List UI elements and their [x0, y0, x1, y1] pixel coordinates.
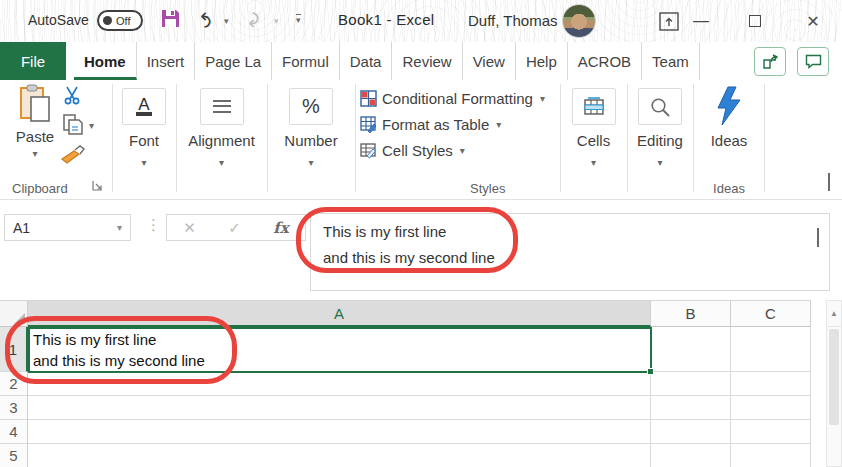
format-as-table-button[interactable]: Format as Table ▾: [360, 116, 501, 133]
cancel-icon[interactable]: ✕: [183, 219, 196, 237]
clipboard-group-label: Clipboard: [12, 181, 68, 196]
tab-file[interactable]: File: [0, 42, 66, 80]
editing-group-label: Editing: [637, 132, 683, 149]
tab-data[interactable]: Data: [340, 42, 393, 80]
maximize-button[interactable]: [732, 0, 778, 42]
name-box[interactable]: A1 ▾: [4, 214, 131, 241]
undo-icon[interactable]: ↷: [192, 12, 216, 29]
tab-acrobat[interactable]: ACROB: [568, 42, 642, 80]
undo-dropdown-icon[interactable]: ▾: [224, 16, 229, 26]
chevron-up-icon: [817, 228, 819, 247]
row-header-1[interactable]: 1: [0, 327, 28, 372]
cell-styles-button[interactable]: Cell Styles ▾: [360, 142, 465, 159]
worksheet-grid: A B C 1 This is my first line and this i…: [0, 300, 811, 467]
copy-dropdown-icon[interactable]: ▾: [89, 120, 94, 131]
editing-group-button[interactable]: Editing ▾: [627, 80, 693, 199]
cell-b4[interactable]: [651, 420, 731, 444]
cell-b3[interactable]: [651, 396, 731, 420]
share-button[interactable]: [754, 47, 786, 76]
avatar[interactable]: [562, 4, 596, 38]
ribbon: Paste ▾ ▾ Clipboard A Font ▾ Alignment: [0, 80, 842, 200]
row-header-5[interactable]: 5: [0, 444, 28, 467]
comments-button[interactable]: [797, 47, 829, 76]
column-header-c[interactable]: C: [731, 301, 811, 327]
tab-insert[interactable]: Insert: [137, 42, 196, 80]
cells-dropdown-icon: ▾: [591, 157, 596, 168]
cell-c4[interactable]: [731, 420, 811, 444]
tab-help[interactable]: Help: [516, 42, 568, 80]
tab-review[interactable]: Review: [392, 42, 462, 80]
customize-quick-access-toolbar-icon[interactable]: ▾: [296, 14, 301, 24]
formula-bar-input[interactable]: This is my first line and this is my sec…: [310, 213, 830, 291]
row-header-2[interactable]: 2: [0, 372, 28, 396]
select-all-corner[interactable]: [0, 301, 28, 327]
column-header-a[interactable]: A: [28, 301, 651, 327]
ideas-label: Ideas: [711, 132, 748, 149]
alignment-group-button[interactable]: Alignment ▾: [176, 80, 267, 199]
cell-b2[interactable]: [651, 372, 731, 396]
name-box-dropdown-icon[interactable]: ▾: [117, 222, 122, 233]
collapse-ribbon-icon[interactable]: [828, 175, 830, 191]
number-dropdown-icon: ▾: [308, 157, 313, 168]
ribbon-display-options-icon[interactable]: [658, 11, 680, 31]
paste-dropdown-icon: ▾: [32, 148, 37, 159]
excel-window: AutoSave Off ↷ ▾ ↷ ▾ ▾ Book1 - Excel Duf…: [0, 0, 842, 467]
tab-team[interactable]: Team: [642, 42, 700, 80]
paste-button[interactable]: Paste ▾: [12, 84, 58, 159]
collapse-formula-bar-icon[interactable]: [817, 226, 819, 252]
number-group-button[interactable]: % Number ▾: [267, 80, 355, 199]
cut-button[interactable]: [62, 85, 82, 105]
enter-icon[interactable]: ✓: [228, 219, 241, 237]
insert-function-icon[interactable]: fx: [273, 219, 288, 237]
close-button[interactable]: ✕: [790, 0, 836, 42]
tab-home[interactable]: Home: [74, 42, 137, 80]
formula-line-2: and this is my second line: [323, 245, 805, 271]
vertical-scrollbar[interactable]: ▲: [826, 300, 842, 467]
cell-styles-label: Cell Styles: [382, 142, 453, 159]
minimize-button[interactable]: —: [678, 0, 724, 42]
scroll-up-icon[interactable]: ▲: [827, 301, 841, 327]
cell-styles-icon: [360, 142, 377, 159]
formula-bar-resize-handle[interactable]: ⋮: [146, 216, 161, 234]
user-name[interactable]: Duff, Thomas: [468, 12, 558, 29]
cell-styles-dropdown-icon: ▾: [460, 145, 465, 156]
autosave-toggle[interactable]: Off: [97, 10, 143, 31]
cell-c5[interactable]: [731, 444, 811, 467]
copy-button[interactable]: ▾: [62, 113, 94, 137]
format-as-table-dropdown-icon: ▾: [496, 119, 501, 130]
paste-label: Paste: [16, 128, 54, 145]
cell-b5[interactable]: [651, 444, 731, 467]
cell-c3[interactable]: [731, 396, 811, 420]
cell-c1[interactable]: [731, 327, 811, 372]
magnifier-icon: [650, 97, 670, 117]
conditional-formatting-button[interactable]: Conditional Formatting ▾: [360, 90, 545, 107]
save-icon[interactable]: [160, 8, 181, 29]
row-header-3[interactable]: 3: [0, 396, 28, 420]
share-icon: [762, 54, 779, 70]
percent-icon: %: [302, 95, 320, 118]
name-box-value: A1: [13, 220, 30, 236]
scrollbar-thumb[interactable]: [829, 329, 839, 425]
column-header-b[interactable]: B: [651, 301, 731, 327]
font-group-button[interactable]: A Font ▾: [112, 80, 176, 199]
row-header-4[interactable]: 4: [0, 420, 28, 444]
clipboard-dialog-launcher-icon[interactable]: [92, 178, 103, 194]
cell-b1[interactable]: [651, 327, 731, 372]
format-painter-button[interactable]: [60, 142, 87, 167]
cells-group-button[interactable]: Cells ▾: [560, 80, 627, 199]
tab-view[interactable]: View: [463, 42, 516, 80]
tab-strip: Home Insert Page La Formul Data Review V…: [74, 42, 700, 80]
ideas-group-label: Ideas: [713, 181, 745, 196]
fill-handle[interactable]: [647, 368, 654, 375]
cell-c2[interactable]: [731, 372, 811, 396]
font-dropdown-icon: ▾: [141, 157, 146, 168]
tab-formulas[interactable]: Formul: [272, 42, 340, 80]
ideas-button[interactable]: Ideas Ideas: [695, 80, 763, 199]
comment-icon: [805, 54, 822, 69]
cell-a3[interactable]: [28, 396, 651, 420]
cell-a5[interactable]: [28, 444, 651, 467]
cell-a4[interactable]: [28, 420, 651, 444]
cell-a1[interactable]: This is my first line and this is my sec…: [28, 327, 651, 372]
cell-a2[interactable]: [28, 372, 651, 396]
tab-page-layout[interactable]: Page La: [195, 42, 272, 80]
